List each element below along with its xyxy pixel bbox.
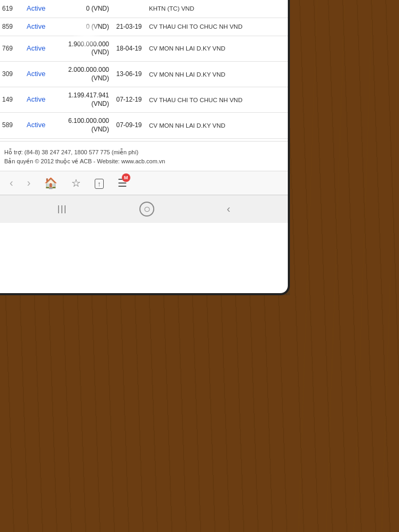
row-desc: CV MON NH LAI D.KY VND	[146, 113, 288, 138]
row-id: 619	[0, 0, 24, 18]
recent-apps-button[interactable]: |||	[57, 204, 67, 214]
row-amount: 1.900.000.000 (VND)	[53, 36, 112, 61]
row-date	[112, 0, 146, 18]
row-desc: CV THAU CHI TO CHUC NH VND	[146, 18, 288, 36]
android-home-button[interactable]: ○	[139, 202, 154, 217]
row-date: 18-04-19	[112, 36, 146, 61]
menu-badge: M	[122, 173, 130, 182]
row-date: 13-06-19	[112, 61, 146, 87]
row-date: 21-03-19	[112, 18, 146, 36]
table-row: 589 Active 6.100.000.000 (VND) 07-09-19 …	[0, 113, 288, 138]
row-status: Active	[24, 0, 53, 18]
browser-navigation: ‹ › 🏠 ☆ ↑ ☰ M	[0, 171, 288, 195]
footer: Hỗ trợ: (84-8) 38 247 247, 1800 577 775 …	[0, 141, 288, 171]
android-navigation: ||| ○ ‹	[0, 195, 288, 223]
row-desc: CV MON NH LAI D.KY VND	[146, 61, 288, 87]
row-id: 589	[0, 113, 24, 138]
row-id: 309	[0, 61, 24, 87]
row-amount: 0 (VND)	[53, 18, 112, 36]
loans-table: 619 Active 0 (VND) KHTN (TC) VND 859 Act…	[0, 0, 288, 139]
forward-button[interactable]: ›	[27, 177, 31, 189]
tabs-button[interactable]: ↑	[95, 177, 104, 189]
row-status: Active	[24, 113, 53, 138]
table-row: 859 Active 0 (VND) 21-03-19 CV THAU CHI …	[0, 18, 288, 36]
copyright-text: Bản quyền © 2012 thuộc về ACB - Website:…	[4, 157, 284, 167]
row-id: 769	[0, 36, 24, 61]
row-id: 149	[0, 87, 24, 113]
row-date: 07-12-19	[112, 87, 146, 113]
row-amount: 0 (VND)	[53, 0, 112, 18]
row-desc: KHTN (TC) VND	[146, 0, 288, 18]
row-status: Active	[24, 61, 53, 87]
row-date: 07-09-19	[112, 113, 146, 138]
row-desc: CV MON NH LAI D.KY VND	[146, 36, 288, 61]
android-back-button[interactable]: ‹	[227, 203, 230, 215]
bookmark-button[interactable]: ☆	[71, 177, 81, 189]
menu-button[interactable]: ☰ M	[118, 177, 127, 189]
row-status: Active	[24, 18, 53, 36]
row-status: Active	[24, 36, 53, 61]
row-id: 859	[0, 18, 24, 36]
table-row: 309 Active 2.000.000.000 (VND) 13-06-19 …	[0, 61, 288, 87]
back-button[interactable]: ‹	[10, 177, 13, 189]
row-amount: 6.100.000.000 (VND)	[53, 113, 112, 138]
row-amount: 2.000.000.000 (VND)	[53, 61, 112, 87]
support-text: Hỗ trợ: (84-8) 38 247 247, 1800 577 775 …	[4, 148, 284, 157]
table-row: 619 Active 0 (VND) KHTN (TC) VND	[0, 0, 288, 18]
table-row: 769 Active 1.900.000.000 (VND) 18-04-19 …	[0, 36, 288, 61]
home-button[interactable]: 🏠	[44, 177, 57, 189]
row-desc: CV THAU CHI TO CHUC NH VND	[146, 87, 288, 113]
row-amount: 1.199.417.941 (VND)	[53, 87, 112, 113]
table-row: 149 Active 1.199.417.941 (VND) 07-12-19 …	[0, 87, 288, 113]
row-status: Active	[24, 87, 53, 113]
